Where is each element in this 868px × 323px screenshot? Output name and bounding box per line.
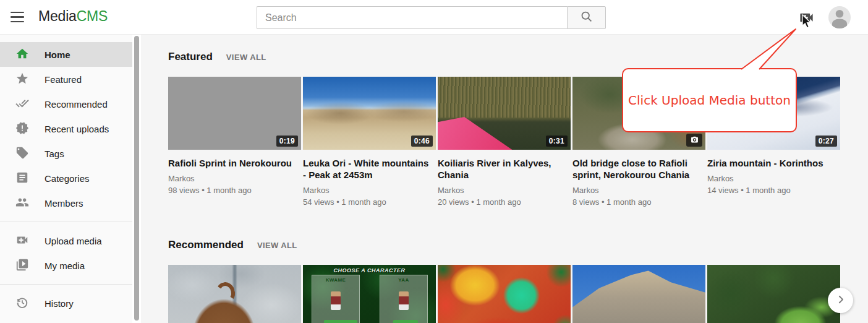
sidebar-item-members[interactable]: Members bbox=[0, 191, 132, 215]
video-thumbnail[interactable] bbox=[572, 265, 705, 323]
sidebar-item-recommended[interactable]: Recommended bbox=[0, 92, 132, 116]
top-bar: MediaCMS bbox=[0, 0, 868, 35]
video-call-icon bbox=[15, 233, 29, 249]
video-meta: 98 views • 1 month ago bbox=[168, 184, 301, 196]
people-icon bbox=[15, 196, 29, 211]
thumbnail-art: YAA bbox=[380, 275, 428, 323]
section-title-recommended: Recommended bbox=[168, 239, 244, 251]
sidebar-item-upload-media[interactable]: Upload media bbox=[0, 228, 132, 253]
sidebar-divider bbox=[0, 222, 132, 222]
photo-title[interactable]: Old bridge close to Rafioli sprint, Nero… bbox=[572, 157, 700, 181]
search-icon bbox=[580, 10, 593, 25]
video-thumbnail[interactable]: 0:31 bbox=[438, 77, 571, 150]
video-card bbox=[572, 265, 705, 323]
sidebar-item-home[interactable]: Home bbox=[0, 42, 132, 67]
video-library-icon bbox=[15, 258, 29, 273]
thumbnail-art bbox=[399, 291, 409, 310]
video-thumbnail[interactable]: 0:46 bbox=[303, 77, 436, 150]
done-all-icon bbox=[15, 97, 29, 112]
video-thumbnail[interactable] bbox=[168, 265, 301, 323]
video-meta: 14 views • 1 month ago bbox=[707, 184, 840, 196]
video-card bbox=[707, 265, 840, 323]
video-card: 0:46 Leuka Ori - White mountains - Peak … bbox=[303, 77, 436, 208]
photo-meta: 8 views • 1 month ago bbox=[572, 196, 705, 208]
photo-author: Markos bbox=[572, 185, 705, 196]
upload-media-button[interactable] bbox=[798, 9, 815, 25]
video-title[interactable]: Leuka Ori - White mountains - Peak at 24… bbox=[303, 157, 431, 181]
sidebar-item-tags[interactable]: Tags bbox=[0, 141, 132, 166]
section-title-featured: Featured bbox=[168, 51, 213, 63]
tag-icon bbox=[15, 146, 29, 162]
video-author: Markos bbox=[303, 185, 436, 196]
thumbnail-art-text: CHOOSE A CHARACTER bbox=[303, 267, 436, 273]
search-input[interactable] bbox=[257, 6, 567, 29]
logo-media: Media bbox=[38, 8, 77, 24]
sidebar-label: Members bbox=[45, 198, 83, 209]
duration-badge: 0:19 bbox=[276, 136, 298, 147]
camera-badge bbox=[686, 134, 702, 147]
new-releases-icon bbox=[15, 121, 29, 137]
sidebar-label: Recommended bbox=[45, 99, 108, 110]
home-icon bbox=[15, 47, 29, 62]
recommended-card-row: CHOOSE A CHARACTER KWAME YAA Selected Se… bbox=[168, 265, 868, 323]
thumbnail-art-text: YAA bbox=[380, 277, 427, 283]
thumbnail-art bbox=[438, 77, 571, 118]
sidebar-label: Categories bbox=[45, 173, 90, 184]
sidebar-scrollbar-thumb[interactable] bbox=[134, 36, 139, 321]
featured-section-header: Featured VIEW ALL bbox=[168, 51, 868, 63]
sidebar-item-history[interactable]: History bbox=[0, 291, 132, 316]
video-thumbnail[interactable]: CHOOSE A CHARACTER KWAME YAA Selected Se… bbox=[303, 265, 436, 323]
sidebar-label: Upload media bbox=[45, 236, 102, 246]
history-icon bbox=[15, 296, 29, 311]
sidebar-label: Tags bbox=[45, 149, 64, 159]
video-card: CHOOSE A CHARACTER KWAME YAA Selected Se… bbox=[303, 265, 436, 323]
carousel-next-button[interactable] bbox=[828, 288, 853, 313]
search-bar bbox=[257, 6, 606, 29]
sidebar-label: History bbox=[45, 298, 74, 309]
sidebar-label: My media bbox=[45, 261, 85, 271]
sidebar-label: Featured bbox=[45, 74, 82, 85]
video-thumbnail[interactable]: 0:19 bbox=[168, 77, 301, 150]
annotation-callout: Click Upload Media button bbox=[622, 68, 797, 132]
featured-view-all-link[interactable]: VIEW ALL bbox=[226, 53, 266, 62]
logo-cms: CMS bbox=[77, 8, 108, 24]
categories-icon bbox=[15, 171, 29, 186]
video-card: 0:31 Koiliaris River in Kalyves, Chania … bbox=[438, 77, 571, 208]
video-thumbnail[interactable] bbox=[438, 265, 571, 323]
thumbnail-art: KWAME bbox=[312, 275, 360, 323]
duration-badge: 0:46 bbox=[411, 136, 433, 147]
chevron-right-icon bbox=[835, 294, 846, 308]
video-title[interactable]: Rafioli Sprint in Nerokourou bbox=[168, 157, 296, 169]
video-meta: 20 views • 1 month ago bbox=[438, 196, 571, 208]
app-logo[interactable]: MediaCMS bbox=[38, 8, 108, 25]
video-card: 0:19 Rafioli Sprint in Nerokourou Markos… bbox=[168, 77, 301, 208]
person-icon bbox=[828, 20, 851, 28]
search-button[interactable] bbox=[567, 6, 606, 29]
recommended-view-all-link[interactable]: VIEW ALL bbox=[257, 241, 297, 250]
sidebar: Home Featured Recommended Recent uploads… bbox=[0, 35, 132, 323]
video-author: Markos bbox=[438, 185, 571, 196]
thumbnail-art-text: Select bbox=[393, 320, 418, 323]
sidebar-item-categories[interactable]: Categories bbox=[0, 166, 132, 191]
video-meta: 54 views • 1 month ago bbox=[303, 196, 436, 208]
sidebar-item-my-media[interactable]: My media bbox=[0, 253, 132, 278]
thumbnail-art bbox=[572, 265, 705, 323]
star-icon bbox=[15, 72, 29, 87]
menu-hamburger-icon[interactable] bbox=[11, 12, 24, 22]
sidebar-label: Recent uploads bbox=[45, 124, 109, 134]
video-thumbnail[interactable] bbox=[707, 265, 840, 323]
video-author: Markos bbox=[168, 173, 301, 184]
sidebar-label: Home bbox=[45, 50, 70, 60]
duration-badge: 0:27 bbox=[815, 136, 837, 147]
sidebar-scrollbar-track bbox=[132, 35, 141, 323]
camera-icon bbox=[691, 135, 699, 146]
sidebar-item-recent-uploads[interactable]: Recent uploads bbox=[0, 116, 132, 141]
video-title[interactable]: Koiliaris River in Kalyves, Chania bbox=[438, 157, 566, 181]
sidebar-item-featured[interactable]: Featured bbox=[0, 67, 132, 92]
thumbnail-art bbox=[331, 291, 341, 310]
video-card bbox=[168, 265, 301, 323]
duration-badge: 0:31 bbox=[546, 136, 568, 147]
user-avatar[interactable] bbox=[828, 6, 851, 28]
video-title[interactable]: Ziria mountain - Korinthos bbox=[707, 157, 835, 169]
annotation-text: Click Upload Media button bbox=[628, 93, 791, 108]
